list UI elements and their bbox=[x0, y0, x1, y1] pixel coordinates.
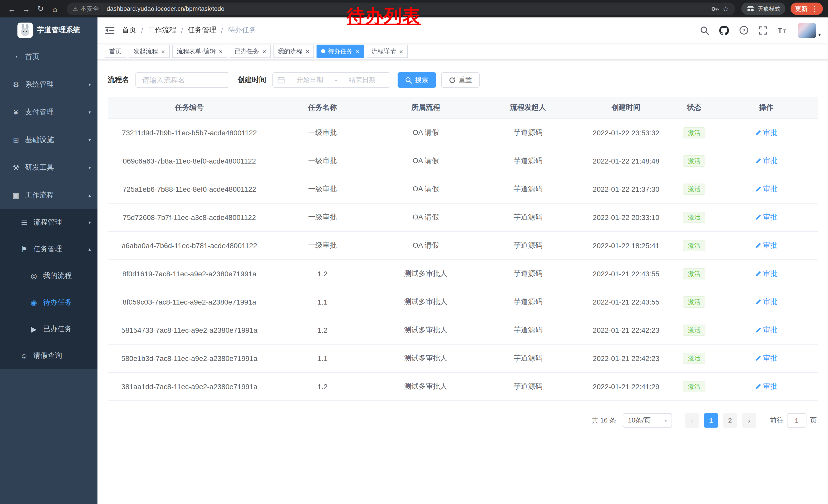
reload-button[interactable]: ↻ bbox=[34, 2, 47, 15]
page-button-2[interactable]: 2 bbox=[723, 413, 737, 427]
edit-icon bbox=[755, 242, 761, 249]
approve-button[interactable]: 审批 bbox=[755, 241, 778, 250]
approve-button[interactable]: 审批 bbox=[755, 156, 778, 166]
chevron-up-icon: ▴ bbox=[88, 193, 91, 198]
sidebar-item-label: 系统管理 bbox=[25, 80, 54, 89]
incognito-badge: 无痕模式 bbox=[741, 3, 785, 15]
browser-toolbar: ← → ↻ ⌂ ⚠ 不安全 dashboard.yudao.iocoder.cn… bbox=[0, 0, 828, 17]
table-row: 8f059c03-7ac8-11ec-a9e2-a2380e71991a 1.1… bbox=[108, 288, 818, 316]
cell-actions: 审批 bbox=[715, 288, 818, 316]
sidebar-toggle-button[interactable] bbox=[97, 17, 122, 43]
forward-button[interactable]: → bbox=[19, 2, 33, 15]
home-button[interactable]: ⌂ bbox=[48, 2, 61, 15]
help-icon[interactable]: ? bbox=[739, 26, 748, 35]
date-range-picker[interactable]: 开始日期 - 结束日期 bbox=[273, 72, 390, 88]
tags-view: 首页 发起流程 × 流程表单-编辑 × 已办任务 × 我的流程 × bbox=[97, 43, 828, 60]
close-icon[interactable]: × bbox=[219, 48, 223, 55]
chat-icon: ◎ bbox=[28, 272, 40, 280]
user-menu[interactable]: ▾ bbox=[798, 23, 821, 38]
tab-label: 首页 bbox=[109, 47, 122, 56]
approve-button[interactable]: 审批 bbox=[755, 354, 778, 363]
sidebar-item-payment[interactable]: ¥ 支付管理 ▾ bbox=[0, 98, 97, 126]
sidebar-item-todo-tasks[interactable]: ◉ 待办任务 bbox=[0, 289, 97, 316]
screen: ← → ↻ ⌂ ⚠ 不安全 dashboard.yudao.iocoder.cn… bbox=[0, 0, 828, 504]
table-row: 75d72608-7b7f-11ec-a3c8-acde48001122 一级审… bbox=[108, 203, 818, 231]
search-icon[interactable] bbox=[700, 26, 709, 35]
cell-initiator: 芋道源码 bbox=[478, 260, 578, 288]
security-badge[interactable]: ⚠ 不安全 bbox=[73, 4, 99, 13]
breadcrumb-workflow[interactable]: 工作流程 bbox=[148, 26, 176, 35]
font-size-icon[interactable]: T T bbox=[778, 26, 787, 34]
tab-process-detail[interactable]: 流程详情 × bbox=[367, 45, 408, 58]
breadcrumb-task-mgmt[interactable]: 任务管理 bbox=[188, 26, 216, 35]
cell-process: OA 请假 bbox=[374, 231, 478, 260]
cell-create-time: 2022-01-21 22:43:55 bbox=[578, 260, 673, 288]
sidebar-item-infra[interactable]: ⊞ 基础设施 ▾ bbox=[0, 126, 97, 154]
close-icon[interactable]: × bbox=[399, 48, 403, 55]
close-icon[interactable]: × bbox=[161, 48, 165, 55]
sidebar-item-workflow[interactable]: ▣ 工作流程 ▴ bbox=[0, 182, 97, 209]
key-icon[interactable] bbox=[711, 5, 719, 12]
url-text: dashboard.yudao.iocoder.cn/bpm/task/todo bbox=[107, 5, 224, 12]
search-button[interactable]: 搜索 bbox=[398, 72, 436, 88]
tab-start-process[interactable]: 发起流程 × bbox=[129, 45, 170, 58]
close-icon[interactable]: × bbox=[356, 48, 360, 55]
sidebar-item-my-process[interactable]: ◎ 我的流程 bbox=[0, 263, 97, 289]
goto-page-input[interactable] bbox=[787, 413, 806, 427]
tab-home[interactable]: 首页 bbox=[105, 45, 126, 58]
fullscreen-icon[interactable] bbox=[759, 26, 768, 35]
approve-button[interactable]: 审批 bbox=[755, 128, 778, 137]
cell-process: OA 请假 bbox=[374, 175, 478, 203]
breadcrumb-home[interactable]: 首页 bbox=[122, 26, 136, 35]
approve-button[interactable]: 审批 bbox=[755, 185, 778, 194]
approve-button[interactable]: 审批 bbox=[755, 213, 778, 222]
svg-text:T: T bbox=[778, 27, 782, 34]
process-name-input[interactable] bbox=[135, 72, 229, 88]
approve-button[interactable]: 审批 bbox=[755, 326, 778, 335]
page-button-1[interactable]: 1 bbox=[704, 413, 718, 427]
tab-done-tasks[interactable]: 已办任务 × bbox=[230, 45, 271, 58]
github-icon[interactable] bbox=[719, 26, 729, 35]
bookmark-star-icon[interactable]: ☆ bbox=[722, 5, 729, 13]
chevron-down-icon: ▾ bbox=[88, 137, 91, 142]
cell-actions: 审批 bbox=[715, 344, 818, 372]
tab-process-form-edit[interactable]: 流程表单-编辑 × bbox=[172, 45, 227, 58]
yen-icon: ¥ bbox=[10, 108, 22, 117]
col-status: 状态 bbox=[673, 97, 715, 119]
sidebar-item-system[interactable]: ⚙ 系统管理 ▾ bbox=[0, 71, 97, 98]
close-icon[interactable]: × bbox=[262, 48, 266, 55]
cell-process: 测试多审批人 bbox=[374, 260, 478, 288]
tab-todo-tasks[interactable]: 待办任务 × bbox=[317, 45, 364, 58]
sidebar-item-home[interactable]: ◔ 首页 bbox=[0, 43, 97, 71]
close-icon[interactable]: × bbox=[306, 48, 309, 55]
cell-process: OA 请假 bbox=[374, 203, 478, 231]
next-page-button[interactable]: › bbox=[742, 413, 756, 427]
app-logo[interactable]: 芋道管理系统 bbox=[0, 17, 97, 43]
approve-button[interactable]: 审批 bbox=[755, 382, 778, 391]
prev-page-button[interactable]: ‹ bbox=[685, 413, 699, 427]
address-bar[interactable]: ⚠ 不安全 dashboard.yudao.iocoder.cn/bpm/tas… bbox=[67, 2, 735, 15]
approve-button-label: 审批 bbox=[763, 354, 778, 363]
cell-actions: 审批 bbox=[715, 175, 818, 203]
tab-my-process[interactable]: 我的流程 × bbox=[274, 45, 314, 58]
approve-button-label: 审批 bbox=[763, 382, 778, 391]
cell-actions: 审批 bbox=[715, 147, 818, 175]
approve-button[interactable]: 审批 bbox=[755, 269, 778, 278]
cell-task-id: 069c6a63-7b8a-11ec-8ef0-acde48001122 bbox=[108, 147, 271, 175]
sidebar-item-task-mgmt[interactable]: ⚑ 任务管理 ▴ bbox=[0, 236, 97, 263]
tab-label: 已办任务 bbox=[235, 47, 259, 56]
status-badge: 激活 bbox=[683, 155, 705, 167]
sidebar-item-leave-query[interactable]: ☺ 请假查询 bbox=[0, 342, 97, 369]
avatar[interactable] bbox=[798, 23, 816, 38]
update-button[interactable]: 更新 ⋮ bbox=[791, 3, 823, 15]
sidebar-item-devtools[interactable]: ⚒ 研发工具 ▾ bbox=[0, 154, 97, 182]
back-button[interactable]: ← bbox=[5, 2, 18, 15]
page-size-select[interactable]: 10条/页 ▾ bbox=[623, 413, 672, 427]
approve-button[interactable]: 审批 bbox=[755, 297, 778, 307]
reset-button[interactable]: 重置 bbox=[441, 72, 480, 88]
sidebar-item-done-tasks[interactable]: ▶ 已办任务 bbox=[0, 316, 97, 342]
cell-create-time: 2022-01-22 18:25:41 bbox=[578, 231, 673, 260]
browser-menu-icon[interactable]: ⋮ bbox=[811, 5, 818, 13]
edit-icon bbox=[755, 383, 761, 390]
sidebar-item-process-mgmt[interactable]: ☰ 流程管理 ▾ bbox=[0, 209, 97, 236]
